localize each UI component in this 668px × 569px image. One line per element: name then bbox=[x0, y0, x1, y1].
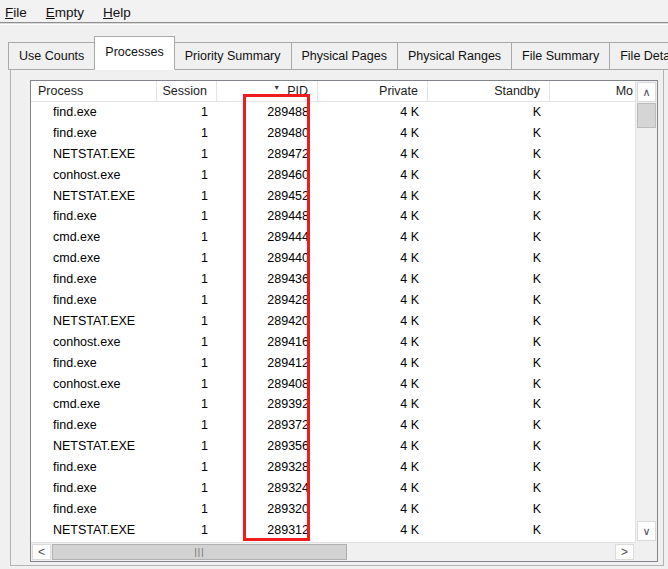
horizontal-scrollbar[interactable]: < ||| > bbox=[31, 542, 635, 561]
tab-processes[interactable]: Processes bbox=[94, 36, 174, 70]
cell-private: 4 K bbox=[318, 102, 428, 123]
menu-file[interactable]: File bbox=[5, 3, 27, 20]
table-row[interactable]: NETSTAT.EXE12893124 KK bbox=[31, 520, 635, 541]
cell-standby: K bbox=[428, 415, 550, 436]
cell-process: find.exe bbox=[31, 206, 157, 227]
cell-pid: 289472 bbox=[217, 144, 318, 165]
tab-file-details[interactable]: File Details bbox=[609, 42, 668, 70]
column-header-private[interactable]: Private bbox=[318, 81, 428, 102]
tab-use-counts[interactable]: Use Counts bbox=[8, 42, 95, 70]
cell-pid: 289412 bbox=[217, 353, 318, 374]
cell-standby: K bbox=[428, 290, 550, 311]
cell-pid: 289460 bbox=[217, 165, 318, 186]
cell-pid: 289328 bbox=[217, 457, 318, 478]
table-row[interactable]: cmd.exe12894444 KK bbox=[31, 227, 635, 248]
cell-mo bbox=[550, 123, 635, 144]
cell-process: cmd.exe bbox=[31, 248, 157, 269]
scroll-left-icon[interactable]: < bbox=[32, 544, 51, 560]
cell-private: 4 K bbox=[318, 332, 428, 353]
table-row[interactable]: find.exe12893244 KK bbox=[31, 478, 635, 499]
tab-priority-summary[interactable]: Priority Summary bbox=[174, 42, 292, 70]
cell-pid: 289356 bbox=[217, 436, 318, 457]
cell-mo bbox=[550, 311, 635, 332]
cell-mo bbox=[550, 206, 635, 227]
table-row[interactable]: find.exe12894484 KK bbox=[31, 206, 635, 227]
table-row[interactable]: NETSTAT.EXE12893564 KK bbox=[31, 436, 635, 457]
cell-session: 1 bbox=[157, 520, 217, 541]
cell-standby: K bbox=[428, 436, 550, 457]
table-row[interactable]: NETSTAT.EXE12894724 KK bbox=[31, 144, 635, 165]
horizontal-scrollbar-thumb[interactable]: ||| bbox=[52, 544, 347, 560]
column-header-session[interactable]: Session bbox=[157, 81, 217, 102]
cell-process: find.exe bbox=[31, 353, 157, 374]
cell-mo bbox=[550, 520, 635, 541]
cell-private: 4 K bbox=[318, 227, 428, 248]
cell-mo bbox=[550, 374, 635, 395]
tab-physical-pages[interactable]: Physical Pages bbox=[291, 42, 398, 70]
table-row[interactable]: cmd.exe12893924 KK bbox=[31, 394, 635, 415]
table-row[interactable]: find.exe12894284 KK bbox=[31, 290, 635, 311]
menu-empty[interactable]: Empty bbox=[46, 3, 84, 20]
cell-process: find.exe bbox=[31, 478, 157, 499]
cell-session: 1 bbox=[157, 290, 217, 311]
table-row[interactable]: find.exe12894884 KK bbox=[31, 102, 635, 123]
tab-physical-ranges[interactable]: Physical Ranges bbox=[397, 42, 512, 70]
table-row[interactable]: find.exe12893204 KK bbox=[31, 499, 635, 520]
cell-mo bbox=[550, 186, 635, 207]
cell-process: find.exe bbox=[31, 123, 157, 144]
scrollbar-corner bbox=[635, 542, 657, 561]
cell-mo bbox=[550, 102, 635, 123]
column-header-pid[interactable]: ▼PID bbox=[217, 81, 318, 102]
cell-mo bbox=[550, 353, 635, 374]
cell-standby: K bbox=[428, 206, 550, 227]
cell-process: find.exe bbox=[31, 102, 157, 123]
table-row[interactable]: conhost.exe12894164 KK bbox=[31, 332, 635, 353]
cell-pid: 289416 bbox=[217, 332, 318, 353]
column-header-standby[interactable]: Standby bbox=[428, 81, 550, 102]
cell-standby: K bbox=[428, 332, 550, 353]
table-row[interactable]: conhost.exe12894604 KK bbox=[31, 165, 635, 186]
column-header-process[interactable]: Process bbox=[31, 81, 157, 102]
cell-process: NETSTAT.EXE bbox=[31, 144, 157, 165]
table-row[interactable]: NETSTAT.EXE12894204 KK bbox=[31, 311, 635, 332]
cell-session: 1 bbox=[157, 227, 217, 248]
cell-session: 1 bbox=[157, 269, 217, 290]
cell-process: conhost.exe bbox=[31, 332, 157, 353]
cell-session: 1 bbox=[157, 394, 217, 415]
scroll-up-icon[interactable]: ∧ bbox=[637, 82, 656, 102]
table-row[interactable]: find.exe12893284 KK bbox=[31, 457, 635, 478]
cell-mo bbox=[550, 269, 635, 290]
vertical-scrollbar[interactable]: ∧ ∨ bbox=[635, 81, 657, 542]
table-body: find.exe12894884 KKfind.exe12894804 KKNE… bbox=[31, 102, 635, 542]
cell-standby: K bbox=[428, 165, 550, 186]
table-row[interactable]: find.exe12894124 KK bbox=[31, 353, 635, 374]
cell-session: 1 bbox=[157, 102, 217, 123]
column-header-mo[interactable]: Mo bbox=[550, 81, 635, 102]
cell-session: 1 bbox=[157, 186, 217, 207]
vertical-scrollbar-thumb[interactable] bbox=[637, 103, 656, 128]
cell-process: conhost.exe bbox=[31, 374, 157, 395]
cell-private: 4 K bbox=[318, 290, 428, 311]
cell-mo bbox=[550, 248, 635, 269]
table-row[interactable]: NETSTAT.EXE12894524 KK bbox=[31, 186, 635, 207]
cell-session: 1 bbox=[157, 499, 217, 520]
table-row[interactable]: cmd.exe12894404 KK bbox=[31, 248, 635, 269]
cell-mo bbox=[550, 144, 635, 165]
cell-private: 4 K bbox=[318, 478, 428, 499]
scroll-down-icon[interactable]: ∨ bbox=[637, 521, 656, 541]
cell-standby: K bbox=[428, 374, 550, 395]
scroll-right-icon[interactable]: > bbox=[615, 544, 634, 560]
cell-pid: 289312 bbox=[217, 520, 318, 541]
cell-standby: K bbox=[428, 520, 550, 541]
cell-process: find.exe bbox=[31, 415, 157, 436]
cell-standby: K bbox=[428, 353, 550, 374]
table-row[interactable]: find.exe12894804 KK bbox=[31, 123, 635, 144]
table-row[interactable]: find.exe12894364 KK bbox=[31, 269, 635, 290]
menu-help[interactable]: Help bbox=[103, 3, 131, 20]
cell-private: 4 K bbox=[318, 186, 428, 207]
table-row[interactable]: find.exe12893724 KK bbox=[31, 415, 635, 436]
cell-mo bbox=[550, 478, 635, 499]
table-row[interactable]: conhost.exe12894084 KK bbox=[31, 374, 635, 395]
cell-private: 4 K bbox=[318, 415, 428, 436]
tab-file-summary[interactable]: File Summary bbox=[511, 42, 610, 70]
